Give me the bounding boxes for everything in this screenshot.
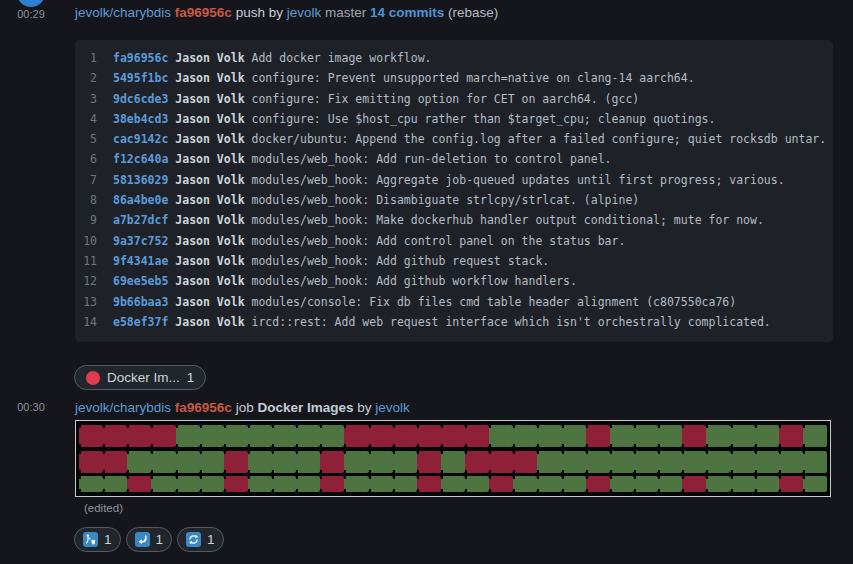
job-cell-passed	[803, 451, 827, 473]
job-cell-passed	[248, 425, 272, 447]
commits-link[interactable]: 14 commits	[370, 5, 444, 20]
job-cell-failed	[417, 425, 441, 447]
commit-hash-link[interactable]: a7b27dcf	[113, 213, 168, 227]
commit-author: Jason Volk	[175, 295, 244, 309]
job-cell-passed	[610, 425, 634, 447]
job-cell-passed	[537, 425, 561, 447]
branch-name: master	[325, 5, 366, 20]
edited-label: (edited)	[84, 502, 123, 514]
commit-hash-link[interactable]: 9b66baa3	[113, 295, 168, 309]
job-cell-failed	[393, 425, 417, 447]
commit-hash-link[interactable]: e58ef37f	[113, 315, 168, 329]
line-number: 8	[75, 190, 97, 210]
job-message-header: jevolk/charybdis fa96956c job Docker Ima…	[75, 400, 410, 415]
refresh-reaction-pill[interactable]: 1	[177, 527, 224, 552]
commit-author: Jason Volk	[175, 92, 244, 106]
commit-list-block: 1fa96956c Jason Volk Add docker image wo…	[75, 40, 833, 342]
job-cell-passed	[803, 476, 827, 492]
push-hash-link[interactable]: fa96956c	[175, 5, 232, 20]
commit-line: 109a37c752 Jason Volk modules/web_hook: …	[75, 231, 833, 251]
job-cell-passed	[706, 476, 730, 492]
job-cell-passed	[562, 425, 586, 447]
commit-hash-link[interactable]: 5495f1bc	[113, 71, 168, 85]
commit-hash-link[interactable]: f12c640a	[113, 152, 168, 166]
commit-hash-link[interactable]: fa96956c	[113, 51, 168, 65]
job-cell-failed	[417, 451, 441, 473]
user-link[interactable]: jevolk	[287, 5, 322, 20]
job-cell-passed	[200, 476, 224, 492]
commit-hash-link[interactable]: 69ee5eb5	[113, 274, 168, 288]
commit-hash-link[interactable]: 9dc6cde3	[113, 92, 168, 106]
commit-line: 139b66baa3 Jason Volk modules/console: F…	[75, 292, 833, 312]
repo-link[interactable]: jevolk/charybdis	[75, 5, 171, 20]
job-cell-passed	[272, 425, 296, 447]
commit-author: Jason Volk	[175, 173, 244, 187]
job-cell-failed	[224, 451, 248, 473]
commit-line: 438eb4cd3 Jason Volk configure: Use $hos…	[75, 109, 833, 129]
docker-images-reaction-pill[interactable]: Docker Im... 1	[74, 365, 206, 390]
job-cell-failed	[779, 425, 803, 447]
push-message-header: jevolk/charybdis fa96956c push by jevolk…	[75, 5, 498, 20]
job-cell-passed	[730, 451, 754, 473]
reaction-count: 1	[207, 532, 215, 547]
commit-message: ircd::rest: Add web request interface wh…	[252, 315, 771, 329]
job-cell-passed	[441, 451, 465, 473]
job-cell-failed	[465, 451, 489, 473]
litter-icon	[83, 532, 98, 547]
commit-author: Jason Volk	[175, 193, 244, 207]
job-cell-passed	[779, 451, 803, 473]
job-cell-passed	[79, 476, 103, 492]
job-cell-passed	[272, 451, 296, 473]
litter-reaction-pill[interactable]: 1	[74, 527, 121, 552]
job-cell-passed	[393, 476, 417, 492]
job-cell-passed	[730, 476, 754, 492]
commit-message: modules/web_hook: Add control panel on t…	[252, 234, 626, 248]
job-cell-passed	[320, 425, 344, 447]
job-cell-passed	[151, 451, 175, 473]
job-cell-failed	[320, 476, 344, 492]
job-grid-row	[79, 425, 827, 447]
commit-hash-link[interactable]: cac9142c	[113, 132, 168, 146]
commit-line: 119f4341ae Jason Volk modules/web_hook: …	[75, 251, 833, 271]
job-cell-passed	[610, 476, 634, 492]
job-cell-passed	[248, 451, 272, 473]
commit-message: configure: Use $host_cpu rather than $ta…	[252, 112, 716, 126]
job-grid-row	[79, 451, 827, 473]
job-cell-failed	[682, 425, 706, 447]
job-cell-passed	[562, 476, 586, 492]
commit-hash-link[interactable]: 9a37c752	[113, 234, 168, 248]
commit-hash-link[interactable]: 38eb4cd3	[113, 112, 168, 126]
avatar[interactable]	[17, 0, 45, 7]
job-cell-passed	[369, 476, 393, 492]
commit-hash-link[interactable]: 86a4be0e	[113, 193, 168, 207]
job-cell-passed	[224, 425, 248, 447]
job-cell-failed	[441, 425, 465, 447]
commit-hash-link[interactable]: 9f4341ae	[113, 254, 168, 268]
job-cell-passed	[369, 451, 393, 473]
commit-message: configure: Prevent unsupported march=nat…	[252, 71, 695, 85]
return-arrow-reaction-pill[interactable]: 1	[126, 527, 173, 552]
job-cell-failed	[127, 425, 151, 447]
job-cell-failed	[369, 425, 393, 447]
job-cell-failed	[489, 476, 513, 492]
commit-line: 25495f1bc Jason Volk configure: Prevent …	[75, 68, 833, 88]
job-cell-passed	[296, 476, 320, 492]
commit-author: Jason Volk	[175, 71, 244, 85]
job-hash-link[interactable]: fa96956c	[175, 400, 232, 415]
job-cell-failed	[586, 476, 610, 492]
job-cell-passed	[562, 451, 586, 473]
job-cell-passed	[176, 451, 200, 473]
job-cell-passed	[658, 476, 682, 492]
return-arrow-icon	[135, 532, 150, 547]
commit-line: 6f12c640a Jason Volk modules/web_hook: A…	[75, 149, 833, 169]
job-cell-passed	[103, 476, 127, 492]
repo-link[interactable]: jevolk/charybdis	[75, 400, 171, 415]
user-link[interactable]: jevolk	[375, 400, 410, 415]
line-number: 9	[75, 210, 97, 230]
job-cell-failed	[344, 425, 368, 447]
line-number: 13	[75, 292, 97, 312]
commit-hash-link[interactable]: 58136029	[113, 173, 168, 187]
job-cell-failed	[513, 451, 537, 473]
job-cell-failed	[682, 476, 706, 492]
commit-author: Jason Volk	[175, 234, 244, 248]
